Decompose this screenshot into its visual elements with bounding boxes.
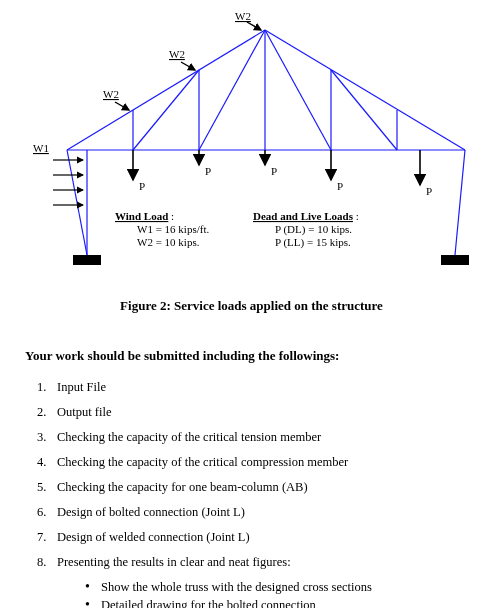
label-P3: P: [271, 165, 277, 177]
svg-line-29: [247, 22, 261, 30]
truss-diagram: P P P P P W1 W2 W2 W2 Wind Load : W1 = 1…: [25, 10, 480, 270]
label-P2: P: [205, 165, 211, 177]
svg-line-12: [133, 70, 199, 150]
wind-load-w2: W2 = 10 kips.: [137, 236, 200, 248]
wind-load-w1: W1 = 16 kips/ft.: [137, 223, 209, 235]
ll-value: P (LL) = 15 kips.: [275, 236, 351, 249]
sub-list: Show the whole truss with the designed c…: [57, 580, 478, 608]
sub-list-item: Show the whole truss with the designed c…: [85, 580, 478, 595]
label-W1: W1: [33, 142, 49, 154]
label-W2c: W2: [235, 10, 251, 22]
svg-line-14: [265, 30, 331, 150]
truss-figure: P P P P P W1 W2 W2 W2 Wind Load : W1 = 1…: [25, 10, 478, 314]
figure-caption: Figure 2: Service loads applied on the s…: [25, 298, 478, 314]
list-item: Design of welded connection (Joint L): [37, 530, 478, 545]
label-P4: P: [337, 180, 343, 192]
dl-value: P (DL) = 10 kips.: [275, 223, 352, 236]
svg-line-28: [181, 62, 195, 70]
label-W2a: W2: [103, 88, 119, 100]
list-item: Presenting the results in clear and neat…: [37, 555, 478, 608]
list-item: Checking the capacity of the critical co…: [37, 455, 478, 470]
instructions-list: Input File Output file Checking the capa…: [25, 380, 478, 608]
list-item: Checking the capacity of the critical te…: [37, 430, 478, 445]
list-item-text: Presenting the results in clear and neat…: [57, 555, 291, 569]
svg-rect-16: [73, 255, 101, 265]
label-W2b: W2: [169, 48, 185, 60]
instructions-heading: Your work should be submitted including …: [25, 348, 478, 364]
svg-line-15: [331, 70, 397, 150]
label-P1: P: [139, 180, 145, 192]
sub-list-item: Detailed drawing for the bolted connecti…: [85, 598, 478, 608]
svg-line-5: [265, 30, 465, 150]
svg-rect-17: [441, 255, 469, 265]
wind-load-title: Wind Load :: [115, 210, 174, 222]
svg-line-2: [455, 150, 465, 255]
label-P5: P: [426, 185, 432, 197]
svg-line-27: [115, 102, 129, 110]
list-item: Design of bolted connection (Joint L): [37, 505, 478, 520]
list-item: Checking the capacity for one beam-colum…: [37, 480, 478, 495]
list-item: Input File: [37, 380, 478, 395]
svg-line-3: [67, 150, 87, 255]
dl-ll-title: Dead and Live Loads :: [253, 210, 359, 222]
list-item: Output file: [37, 405, 478, 420]
svg-line-13: [199, 30, 265, 150]
